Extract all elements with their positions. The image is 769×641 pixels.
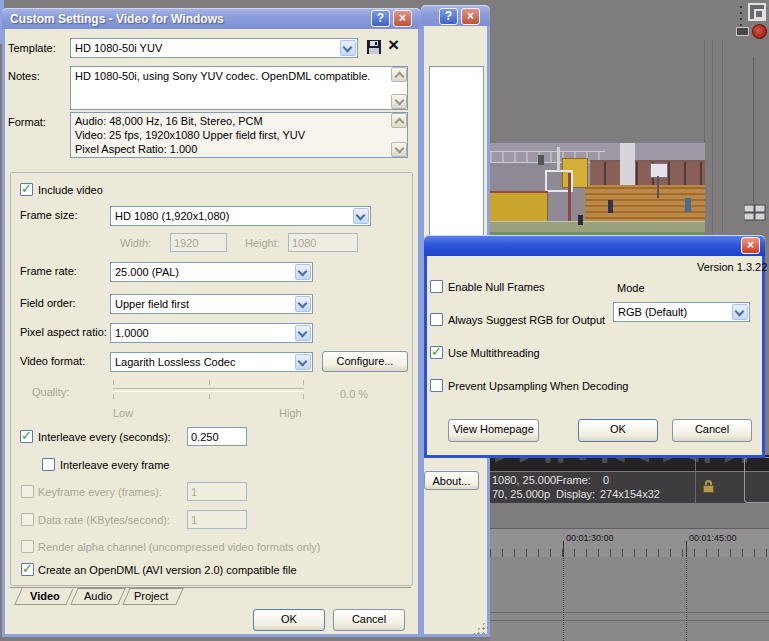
prevent-upsampling-label: Prevent Upsampling When Decoding [448,380,628,393]
view-homepage-button[interactable]: View Homepage [448,419,539,442]
mode-label: Mode [617,282,645,295]
codec-dialog-titlebar[interactable] [424,235,765,256]
always-suggest-rgb-label: Always Suggest RGB for Output [448,314,605,327]
chevron-down-icon[interactable] [732,304,748,320]
enable-null-frames-checkbox[interactable] [430,280,443,293]
close-button[interactable]: × [741,237,760,254]
version-label: Version 1.3.22 [697,261,761,274]
screen: 1080, 25.000 Frame: 0 70, 25.000p Displa… [0,0,769,641]
codec-config-dialog: × Version 1.3.22 Enable Null Frames Alwa… [0,0,769,641]
enable-null-frames-label: Enable Null Frames [448,281,545,294]
codec-cancel-button[interactable]: Cancel [672,419,752,442]
use-multithreading-checkbox[interactable] [430,346,443,359]
always-suggest-rgb-checkbox[interactable] [430,313,443,326]
mode-value: RGB (Default) [618,306,687,318]
use-multithreading-label: Use Multithreading [448,347,540,360]
prevent-upsampling-checkbox[interactable] [430,379,443,392]
mode-combobox[interactable]: RGB (Default) [613,302,750,322]
codec-ok-button[interactable]: OK [578,419,658,442]
